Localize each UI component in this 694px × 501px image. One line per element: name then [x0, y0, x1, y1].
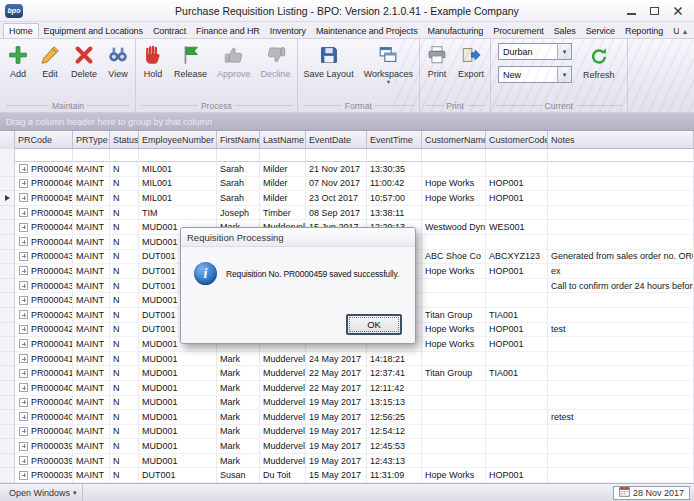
cell-status[interactable]: N: [110, 220, 139, 235]
cell-customername[interactable]: [422, 439, 486, 454]
view-button[interactable]: View: [102, 42, 134, 81]
cell-firstname[interactable]: Susan: [217, 468, 260, 483]
column-header-eventdate[interactable]: EventDate: [306, 131, 367, 149]
open-windows-button[interactable]: Open Windows ▾: [4, 484, 83, 501]
type-dropdown[interactable]: New ▾: [498, 66, 572, 83]
cell-customercode[interactable]: [486, 439, 548, 454]
expand-row-icon[interactable]: [19, 252, 28, 261]
cell-prtype[interactable]: MAINT: [73, 220, 110, 235]
minimize-button[interactable]: [627, 7, 636, 15]
date-picker[interactable]: 28 Nov 2017: [613, 486, 690, 500]
grid-row[interactable]: PR0000459MAINTNMIL001SarahMilder23 Oct 2…: [0, 191, 694, 206]
column-header-customercode[interactable]: CustomerCode: [486, 131, 548, 149]
cell-prcode[interactable]: PR0000459: [15, 191, 73, 206]
grid-row[interactable]: PR0000409MAINTNMUD001MarkMudderveld22 Ma…: [0, 381, 694, 396]
cell-prcode[interactable]: PR0000430: [15, 308, 73, 323]
edit-button[interactable]: Edit: [34, 42, 66, 81]
cell-prtype[interactable]: MAINT: [73, 410, 110, 425]
grid-row[interactable]: PR0000398MAINTNMUD001MarkMudderveld19 Ma…: [0, 439, 694, 454]
cell-firstname[interactable]: Mark: [217, 454, 260, 469]
cell-status[interactable]: N: [110, 323, 139, 338]
cell-prcode[interactable]: PR0000418: [15, 337, 73, 352]
expand-row-icon[interactable]: [19, 223, 28, 232]
cell-customername[interactable]: Hope Works: [422, 191, 486, 206]
cell-firstname[interactable]: Joseph: [217, 206, 260, 221]
cell-notes[interactable]: [548, 439, 694, 454]
cell-customercode[interactable]: [486, 410, 548, 425]
cell-status[interactable]: N: [110, 177, 139, 192]
cell-employeenumber[interactable]: MUD001: [139, 352, 217, 367]
cell-eventtime[interactable]: 12:37:41: [367, 366, 422, 381]
cell-eventtime[interactable]: 12:54:12: [367, 425, 422, 440]
cell-eventtime[interactable]: 12:56:25: [367, 410, 422, 425]
expand-row-icon[interactable]: [19, 281, 28, 290]
cell-status[interactable]: N: [110, 425, 139, 440]
cell-status[interactable]: N: [110, 206, 139, 221]
cell-employeenumber[interactable]: DUT001: [139, 468, 217, 483]
ribbon-tab-contract[interactable]: Contract: [148, 24, 191, 38]
cell-notes[interactable]: [548, 337, 694, 352]
cell-customername[interactable]: [422, 293, 486, 308]
cell-eventdate[interactable]: 15 May 2017: [306, 468, 367, 483]
cell-customercode[interactable]: HOP001: [486, 337, 548, 352]
expand-row-icon[interactable]: [19, 266, 28, 275]
cell-employeenumber[interactable]: TIM: [139, 206, 217, 221]
cell-lastname[interactable]: Mudderveld: [260, 352, 306, 367]
expand-row-icon[interactable]: [19, 383, 28, 392]
cell-prtype[interactable]: MAINT: [73, 191, 110, 206]
cell-status[interactable]: N: [110, 381, 139, 396]
cell-customername[interactable]: [422, 352, 486, 367]
cell-notes[interactable]: [548, 191, 694, 206]
cell-customername[interactable]: [422, 381, 486, 396]
workspaces-button[interactable]: Workspaces ▾: [359, 42, 418, 86]
filter-cell-eventdate[interactable]: [306, 149, 367, 162]
cell-customername[interactable]: [422, 206, 486, 221]
cell-employeenumber[interactable]: MUD001: [139, 454, 217, 469]
grid-row[interactable]: PR0000397MAINTNMUD001MarkMudderveld19 Ma…: [0, 454, 694, 469]
filter-cell-employeenumber[interactable]: [139, 149, 217, 162]
cell-lastname[interactable]: Mudderveld: [260, 366, 306, 381]
cell-eventdate[interactable]: 07 Nov 2017: [306, 177, 367, 192]
grid-row[interactable]: PR0000461MAINTNMIL001SarahMilder21 Nov 2…: [0, 162, 694, 177]
cell-eventdate[interactable]: 19 May 2017: [306, 454, 367, 469]
cell-employeenumber[interactable]: MUD001: [139, 410, 217, 425]
cell-customercode[interactable]: [486, 235, 548, 250]
filter-cell-lastname[interactable]: [260, 149, 306, 162]
export-button[interactable]: Export: [453, 42, 489, 81]
expand-row-icon[interactable]: [19, 354, 28, 363]
site-dropdown[interactable]: Durban ▾: [498, 43, 572, 60]
ribbon-tab-manufacturing[interactable]: Manufacturing: [423, 24, 489, 38]
cell-eventtime[interactable]: 14:18:21: [367, 352, 422, 367]
cell-customername[interactable]: [422, 454, 486, 469]
cell-customercode[interactable]: ABCXYZ123: [486, 250, 548, 265]
cell-employeenumber[interactable]: MUD001: [139, 439, 217, 454]
cell-status[interactable]: N: [110, 396, 139, 411]
cell-eventdate[interactable]: 19 May 2017: [306, 410, 367, 425]
add-button[interactable]: Add: [2, 42, 34, 81]
cell-notes[interactable]: [548, 220, 694, 235]
cell-status[interactable]: N: [110, 410, 139, 425]
grid-row[interactable]: PR0000396MAINTNDUT001SusanDu Toit15 May …: [0, 468, 694, 483]
cell-lastname[interactable]: Milder: [260, 191, 306, 206]
cell-eventtime[interactable]: 11:00:42: [367, 177, 422, 192]
cell-status[interactable]: N: [110, 279, 139, 294]
grid-row[interactable]: PR0000460MAINTNMIL001SarahMilder07 Nov 2…: [0, 177, 694, 192]
cell-prcode[interactable]: PR0000444: [15, 220, 73, 235]
collapse-ribbon-button[interactable]: ▴: [679, 27, 691, 38]
cell-prtype[interactable]: MAINT: [73, 177, 110, 192]
cell-prtype[interactable]: MAINT: [73, 308, 110, 323]
cell-eventdate[interactable]: 19 May 2017: [306, 439, 367, 454]
ribbon-tab-service[interactable]: Service: [581, 24, 620, 38]
cell-customercode[interactable]: HOP001: [486, 191, 548, 206]
cell-notes[interactable]: [548, 206, 694, 221]
cell-prcode[interactable]: PR0000450: [15, 206, 73, 221]
approve-button[interactable]: Approve: [212, 42, 256, 81]
cell-employeenumber[interactable]: MUD001: [139, 381, 217, 396]
cell-customername[interactable]: Hope Works: [422, 264, 486, 279]
cell-prtype[interactable]: MAINT: [73, 279, 110, 294]
filter-cell-eventtime[interactable]: [367, 149, 422, 162]
column-header-lastname[interactable]: LastName: [260, 131, 306, 149]
cell-firstname[interactable]: Sarah: [217, 162, 260, 177]
cell-employeenumber[interactable]: MUD001: [139, 366, 217, 381]
cell-eventdate[interactable]: 08 Sep 2017: [306, 206, 367, 221]
